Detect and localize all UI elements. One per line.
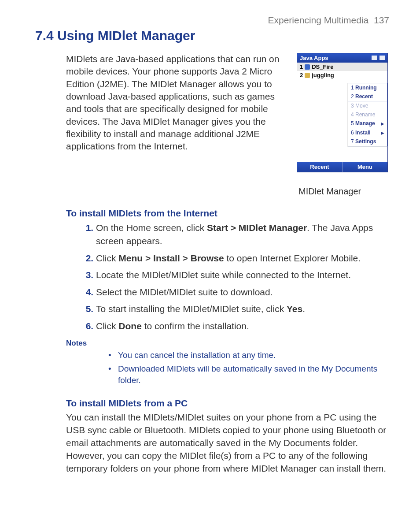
phone-title: Java Apps — [300, 55, 328, 61]
menu-item-rename: 4 Rename — [348, 110, 387, 119]
section-title: 7.4 Using MIDlet Manager — [35, 28, 389, 43]
figure-caption: MIDlet Manager — [298, 186, 389, 197]
subheading-install-internet: To install MIDlets from the Internet — [66, 208, 389, 219]
battery-icon — [372, 56, 377, 60]
app-row-number: 1 — [300, 63, 303, 70]
menu-item-running[interactable]: 1 Running — [348, 83, 387, 92]
menu-item-manage[interactable]: 5 Manage ▶ — [348, 119, 387, 128]
app-row[interactable]: 1 DS_Fire — [297, 63, 387, 71]
chevron-right-icon: ▶ — [381, 121, 384, 126]
step: Select the MIDlet/MIDlet suite to downlo… — [96, 286, 389, 299]
app-name: DS_Fire — [312, 63, 333, 70]
intro-row: MIDlets are Java-based applications that… — [66, 53, 389, 197]
page-number: 137 — [374, 15, 389, 25]
softkey-right[interactable]: Menu — [342, 162, 387, 172]
step: Click Menu > Install > Browse to open In… — [96, 252, 389, 265]
menu-item-recent[interactable]: 2 Recent — [348, 92, 387, 101]
phone-app-list: 1 DS_Fire 2 juggling 1 Running — [297, 63, 387, 162]
menu-item-settings[interactable]: 7 Settings — [348, 137, 387, 146]
page: Experiencing Multimedia 137 7.4 Using MI… — [0, 0, 420, 517]
subheading-install-pc: To install MIDlets from a PC — [66, 398, 389, 409]
signal-icon — [379, 56, 385, 60]
app-name: juggling — [312, 72, 334, 78]
chapter-name: Experiencing Multimedia — [268, 15, 369, 25]
notes-label: Notes — [66, 339, 389, 348]
softkey-bar: Recent Menu — [297, 162, 387, 172]
steps-internet: On the Home screen, click Start > MIDlet… — [84, 221, 389, 333]
context-menu: 1 Running 2 Recent 3 Move 4 Rename — [348, 83, 387, 146]
paragraph-install-pc: You can install the MIDlets/MIDlet suite… — [66, 411, 389, 475]
status-icons — [371, 55, 385, 61]
step: On the Home screen, click Start > MIDlet… — [96, 221, 389, 248]
step: To start installing the MIDlet/MIDlet su… — [96, 302, 389, 316]
phone-screenshot: Java Apps 1 DS_Fire 2 juggl — [297, 53, 388, 172]
app-row[interactable]: 2 juggling — [297, 71, 387, 79]
softkey-left[interactable]: Recent — [297, 162, 342, 172]
page-header: Experiencing Multimedia 137 — [35, 15, 389, 26]
figure: Java Apps 1 DS_Fire 2 juggl — [297, 53, 389, 197]
menu-item-move: 3 Move — [348, 101, 387, 110]
intro-paragraph: MIDlets are Java-based applications that… — [66, 53, 286, 153]
note-item: You can cancel the installation at any t… — [116, 350, 389, 361]
step: Click Done to confirm the installation. — [96, 320, 389, 333]
note-item: Downloaded MIDlets will be automatically… — [116, 363, 389, 387]
phone-titlebar: Java Apps — [297, 53, 387, 63]
notes-list: You can cancel the installation at any t… — [106, 350, 389, 387]
app-row-number: 2 — [300, 72, 303, 78]
menu-item-install[interactable]: 6 Install ▶ — [348, 128, 387, 137]
step: Locate the MIDlet/MIDlet suite while con… — [96, 268, 389, 282]
app-icon — [305, 73, 310, 78]
app-icon — [305, 64, 310, 70]
chevron-right-icon: ▶ — [381, 130, 384, 135]
